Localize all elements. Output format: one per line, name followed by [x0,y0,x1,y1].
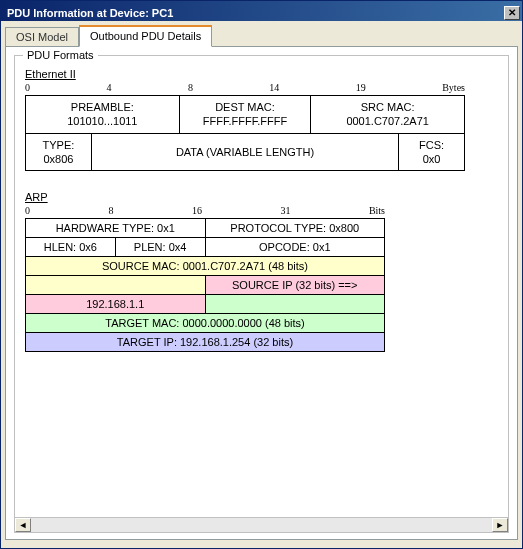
eth-type-cell: TYPE: 0x806 [26,133,92,171]
ruler-tick: 19 [356,82,366,93]
scroll-right-button[interactable]: ► [492,518,508,532]
ruler-tick: 0 [25,205,30,216]
eth-srcmac-cell: SRC MAC: 0001.C707.2A71 [311,96,465,134]
ruler-tick: 4 [106,82,111,93]
arp-hwtype-cell: HARDWARE TYPE: 0x1 [26,219,206,238]
ruler-tick: 31 [280,205,290,216]
horizontal-scrollbar[interactable]: ◄ ► [14,517,509,533]
arp-source-mac-cont-cell [26,276,206,295]
scroll-left-button[interactable]: ◄ [15,518,31,532]
eth-data-cell: DATA (VARIABLE LENGTH) [91,133,398,171]
eth-fcs-cell: FCS: 0x0 [399,133,465,171]
arp-plen-cell: PLEN: 0x4 [115,238,205,257]
ethernet-section-title: Ethernet II [25,68,498,80]
arp-source-ip-label-cell: SOURCE IP (32 bits) ==> [205,276,385,295]
ruler-tick: 8 [188,82,193,93]
eth-preamble-cell: PREAMBLE: 101010...1011 [26,96,180,134]
arp-source-mac-cell: SOURCE MAC: 0001.C707.2A71 (48 bits) [26,257,385,276]
arp-source-ip-value-cell: 192.168.1.1 [26,295,206,314]
arp-prototype-cell: PROTOCOL TYPE: 0x800 [205,219,385,238]
pdu-scroll-area: Ethernet II 0 4 8 14 19 Bytes PREAMBLE: … [25,68,498,508]
ethernet-byte-ruler: 0 4 8 14 19 Bytes [25,82,465,93]
tab-outbound-pdu-details[interactable]: Outbound PDU Details [79,25,212,47]
arp-bit-ruler: 0 8 16 31 Bits [25,205,385,216]
window-title: PDU Information at Device: PC1 [7,7,173,19]
title-bar: PDU Information at Device: PC1 ✕ [1,1,522,21]
arp-hlen-cell: HLEN: 0x6 [26,238,116,257]
window-body: OSI Model Outbound PDU Details PDU Forma… [1,21,522,549]
ruler-tick: 16 [192,205,202,216]
eth-destmac-cell: DEST MAC: FFFF.FFFF.FFFF [179,96,311,134]
ruler-unit: Bits [369,205,385,216]
arp-section-title: ARP [25,191,498,203]
arp-header-diagram: HARDWARE TYPE: 0x1 PROTOCOL TYPE: 0x800 … [25,218,385,352]
tab-osi-model[interactable]: OSI Model [5,27,79,47]
ruler-unit: Bytes [442,82,465,93]
ruler-tick: 14 [269,82,279,93]
ruler-tick: 8 [108,205,113,216]
close-button[interactable]: ✕ [504,6,520,20]
arp-target-mac-start-cell [205,295,385,314]
pdu-formats-group: PDU Formats Ethernet II 0 4 8 14 19 Byte… [14,55,509,521]
ethernet-header-diagram: PREAMBLE: 101010...1011 DEST MAC: FFFF.F… [25,95,465,171]
arp-opcode-cell: OPCODE: 0x1 [205,238,385,257]
ruler-tick: 0 [25,82,30,93]
arp-target-ip-cell: TARGET IP: 192.168.1.254 (32 bits) [26,333,385,352]
tab-content: PDU Formats Ethernet II 0 4 8 14 19 Byte… [5,46,518,540]
tab-strip: OSI Model Outbound PDU Details [5,25,518,47]
fieldset-legend: PDU Formats [23,49,98,61]
arp-target-mac-cell: TARGET MAC: 0000.0000.0000 (48 bits) [26,314,385,333]
